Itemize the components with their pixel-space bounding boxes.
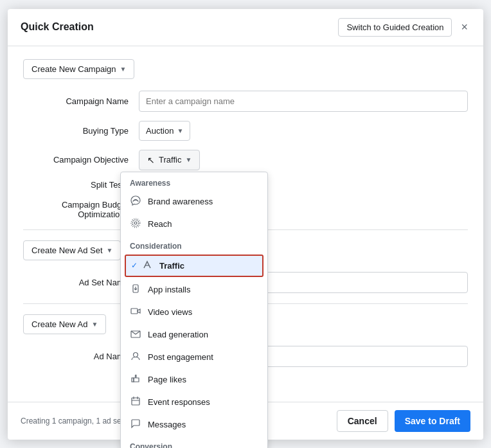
ad-dropdown-arrow: ▼ (91, 321, 98, 328)
guided-creation-button[interactable]: Switch to Guided Creation (338, 18, 452, 37)
messages-icon (130, 418, 141, 431)
svg-rect-8 (132, 398, 139, 405)
brand-awareness-icon (130, 195, 141, 208)
conversion-section-label: Conversion (121, 436, 267, 449)
video-views-icon (130, 306, 141, 318)
buying-type-arrow: ▼ (177, 127, 183, 134)
campaign-objective-row: Campaign Objective ↖ Traffic ▼ (23, 150, 468, 170)
page-likes-icon (130, 373, 141, 386)
cancel-button[interactable]: Cancel (337, 410, 388, 432)
lead-generation-label: Lead generation (148, 330, 208, 339)
save-draft-button[interactable]: Save to Draft (395, 410, 470, 432)
dropdown-item-video-views[interactable]: Video views (121, 301, 267, 323)
dropdown-item-event-responses[interactable]: Event responses (121, 391, 267, 413)
campaign-name-row: Campaign Name (23, 91, 468, 112)
campaign-objective-select[interactable]: ↖ Traffic ▼ (139, 150, 200, 170)
event-responses-icon (130, 396, 141, 408)
modal-header: Quick Creation Switch to Guided Creation… (8, 9, 483, 46)
svg-point-6 (134, 352, 138, 357)
objective-arrow: ▼ (185, 156, 192, 163)
campaign-objective-label: Campaign Objective (23, 155, 139, 165)
awareness-section-label: Awareness (121, 172, 267, 190)
buying-type-select[interactable]: Auction ▼ (139, 121, 190, 141)
split-test-label: Split Test (91, 180, 125, 190)
messages-label: Messages (148, 420, 186, 429)
app-installs-icon (130, 283, 141, 296)
svg-rect-7 (132, 378, 134, 382)
consideration-section-label: Consideration (121, 235, 267, 253)
app-installs-label: App installs (148, 285, 190, 294)
dropdown-item-post-engagement[interactable]: Post engagement (121, 346, 267, 368)
reach-label: Reach (148, 219, 172, 229)
buying-type-row: Buying Type Auction ▼ (23, 121, 468, 141)
create-ad-button[interactable]: Create New Ad ▼ (23, 314, 106, 334)
campaign-name-label: Campaign Name (23, 96, 139, 106)
close-button[interactable]: × (458, 21, 470, 34)
dropdown-item-page-likes[interactable]: Page likes (121, 368, 267, 391)
traffic-cursor-icon: ↖ (147, 155, 155, 165)
create-adset-button[interactable]: Create New Ad Set ▼ (23, 240, 121, 260)
dropdown-item-messages[interactable]: Messages (121, 413, 267, 436)
dropdown-item-lead-generation[interactable]: Lead generation (121, 323, 267, 346)
objective-dropdown: Awareness Brand awareness (120, 172, 268, 449)
lead-generation-icon (130, 328, 141, 341)
post-engagement-icon (130, 351, 141, 363)
header-right: Switch to Guided Creation × (338, 18, 470, 37)
buying-type-label: Buying Type (23, 126, 139, 136)
modal-body: Create New Campaign ▼ Campaign Name Buyi… (8, 46, 483, 402)
svg-rect-4 (131, 309, 138, 314)
video-views-label: Video views (148, 307, 192, 317)
svg-point-0 (134, 222, 137, 224)
page-likes-label: Page likes (148, 375, 186, 384)
dropdown-item-app-installs[interactable]: App installs (121, 278, 267, 301)
create-campaign-button[interactable]: Create New Campaign ▼ (23, 59, 134, 79)
quick-creation-modal: Quick Creation Switch to Guided Creation… (8, 9, 483, 440)
traffic-check-icon: ✓ (131, 261, 138, 270)
event-responses-label: Event responses (148, 397, 210, 407)
brand-awareness-label: Brand awareness (148, 197, 213, 206)
svg-point-1 (132, 220, 139, 226)
campaign-dropdown-arrow: ▼ (120, 66, 127, 73)
post-engagement-label: Post engagement (148, 352, 213, 362)
footer-actions: Cancel Save to Draft (337, 410, 470, 432)
adset-dropdown-arrow: ▼ (107, 247, 113, 254)
traffic-label: Traffic (159, 261, 184, 271)
traffic-icon (141, 260, 153, 272)
dropdown-item-traffic[interactable]: ✓ Traffic (125, 255, 263, 277)
reach-icon (130, 218, 141, 230)
budget-opt-label: Campaign Budget Optimization (62, 200, 129, 219)
campaign-name-input[interactable] (139, 91, 468, 112)
dropdown-item-brand-awareness[interactable]: Brand awareness (121, 190, 267, 213)
dropdown-item-reach[interactable]: Reach (121, 213, 267, 235)
modal-title: Quick Creation (21, 21, 94, 33)
